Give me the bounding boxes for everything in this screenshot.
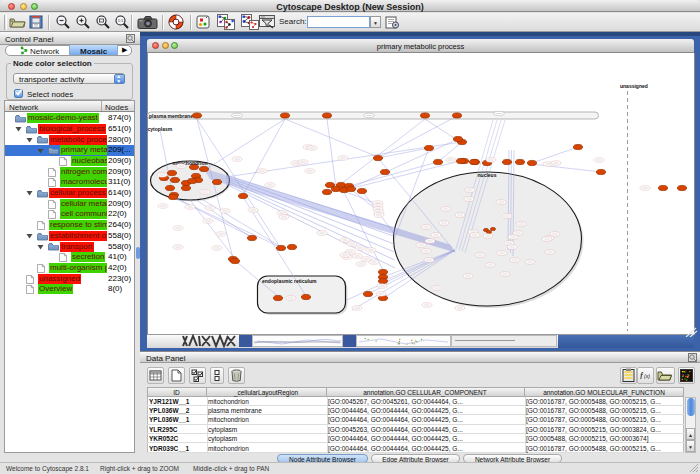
svg-text:plasma membrane: plasma membrane	[149, 113, 193, 119]
svg-text:(x): (x)	[644, 373, 650, 379]
svg-text:unassigned: unassigned	[620, 83, 648, 89]
svg-text:nucleus: nucleus	[478, 172, 497, 178]
svg-text:endoplasmic reticulum: endoplasmic reticulum	[262, 278, 317, 284]
svg-text:1:1: 1:1	[118, 18, 124, 23]
